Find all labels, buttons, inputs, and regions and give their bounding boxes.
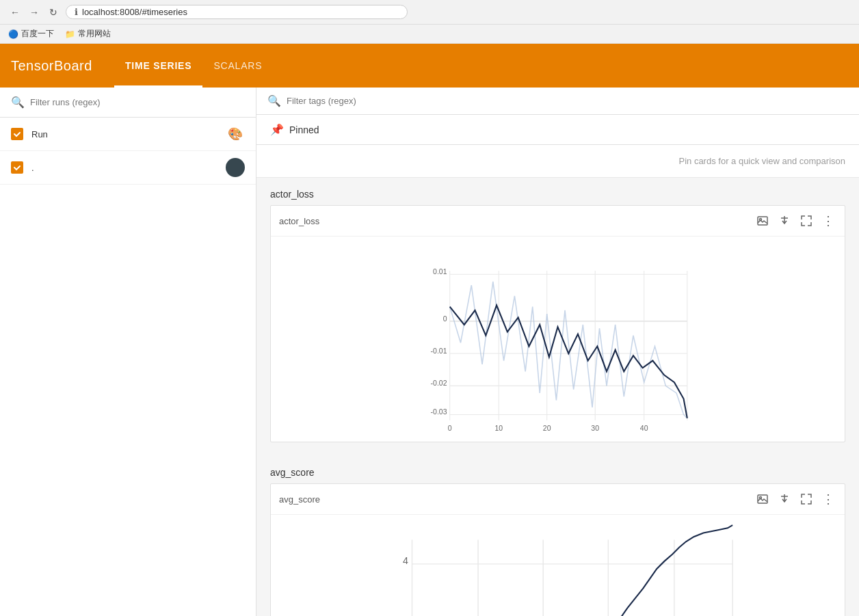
chart-image-btn-avg-score[interactable] [754, 491, 771, 507]
main-nav: TIME SERIES SCALARS [114, 44, 273, 88]
back-button[interactable]: ← [8, 5, 22, 19]
section-header-actor-loss: actor_loss [256, 178, 859, 205]
search-icon: 🔍 [11, 96, 25, 109]
chart-actions-avg-score: ⋮ [754, 491, 836, 507]
run-label-dot: . [31, 163, 226, 173]
sidebar-search-bar: 🔍 [0, 88, 256, 118]
url-text: localhost:8008/#timeseries [82, 7, 187, 17]
run-color-dot[interactable] [226, 158, 245, 177]
svg-text:0.01: 0.01 [433, 267, 447, 276]
tags-search-icon: 🔍 [267, 94, 281, 107]
chart-title-avg-score: avg_score [279, 494, 754, 505]
section-header-avg-score: avg_score [256, 456, 859, 483]
chart-expand-btn-actor-loss[interactable] [798, 213, 815, 229]
svg-text:20: 20 [543, 424, 551, 432]
chart-pin-btn-avg-score[interactable] [776, 491, 793, 507]
chart-image-btn-actor-loss[interactable] [754, 213, 771, 229]
chart-area-actor-loss: 0.01 0 -0.01 -0.02 -0.03 [271, 237, 845, 442]
run-label-run: Run [31, 129, 226, 139]
chart-card-header-actor-loss: actor_loss [271, 206, 845, 237]
run-color-palette-run[interactable]: 🎨 [226, 124, 245, 144]
svg-text:-0.01: -0.01 [431, 347, 447, 355]
bookmarks-bar: 🔵 百度一下 📁 常用网站 [0, 25, 859, 44]
pinned-empty-message: Pin cards for a quick view and compariso… [256, 145, 859, 178]
pinned-label: Pinned [289, 124, 319, 135]
chart-area-avg-score: 4 3 0 10 20 30 4 [271, 515, 845, 616]
filter-tags-bar: 🔍 [256, 88, 859, 115]
nav-time-series[interactable]: TIME SERIES [114, 44, 202, 88]
chart-pin-btn-actor-loss[interactable] [776, 213, 793, 229]
main-layout: 🔍 Run 🎨 . [0, 88, 859, 616]
svg-text:-0.03: -0.03 [431, 407, 447, 416]
svg-text:-0.02: -0.02 [431, 379, 447, 387]
baidu-label: 百度一下 [21, 28, 54, 40]
pin-icon: 📌 [270, 123, 284, 136]
chart-svg-avg-score: 4 3 0 10 20 30 4 [276, 520, 839, 616]
svg-text:10: 10 [494, 424, 503, 432]
run-item-dot: . [0, 151, 256, 185]
svg-text:30: 30 [591, 424, 599, 432]
sidebar: 🔍 Run 🎨 . [0, 88, 256, 616]
folder-icon: 📁 [65, 29, 75, 39]
chart-title-actor-loss: actor_loss [279, 216, 754, 226]
run-item-run: Run 🎨 [0, 118, 256, 151]
svg-text:0: 0 [448, 424, 452, 432]
chart-more-btn-actor-loss[interactable]: ⋮ [820, 213, 836, 229]
baidu-icon: 🔵 [8, 29, 18, 39]
filter-runs-input[interactable] [30, 97, 245, 107]
forward-button[interactable]: → [27, 5, 41, 19]
tensorboard-header: TensorBoard TIME SERIES SCALARS [0, 44, 859, 88]
chart-card-avg-score: avg_score [270, 483, 845, 616]
chart-expand-btn-avg-score[interactable] [798, 491, 815, 507]
bookmark-websites[interactable]: 📁 常用网站 [65, 28, 111, 40]
chart-more-btn-avg-score[interactable]: ⋮ [820, 491, 836, 507]
run-checkbox-run[interactable] [11, 128, 23, 140]
section-gap-1 [256, 442, 859, 456]
reload-button[interactable]: ↻ [47, 5, 60, 19]
bookmark-baidu[interactable]: 🔵 百度一下 [8, 28, 54, 40]
pinned-section: 📌 Pinned [256, 115, 859, 145]
run-checkbox-dot[interactable] [11, 161, 23, 174]
websites-label: 常用网站 [78, 28, 111, 40]
address-bar[interactable]: ℹ localhost:8008/#timeseries [66, 5, 408, 19]
nav-scalars[interactable]: SCALARS [202, 44, 273, 88]
chart-card-actor-loss: actor_loss [270, 205, 845, 442]
info-icon: ℹ [75, 7, 78, 17]
tensorboard-logo: TensorBoard [11, 58, 92, 74]
svg-text:4: 4 [403, 555, 408, 566]
chart-card-header-avg-score: avg_score [271, 484, 845, 515]
chart-svg-actor-loss: 0.01 0 -0.01 -0.02 -0.03 [276, 242, 839, 436]
chart-actions-actor-loss: ⋮ [754, 213, 836, 229]
content-area: 🔍 📌 Pinned Pin cards for a quick view an… [256, 88, 859, 616]
filter-tags-input[interactable] [287, 96, 848, 106]
svg-text:40: 40 [640, 424, 648, 432]
svg-text:0: 0 [443, 314, 447, 323]
browser-chrome: ← → ↻ ℹ localhost:8008/#timeseries [0, 0, 859, 25]
